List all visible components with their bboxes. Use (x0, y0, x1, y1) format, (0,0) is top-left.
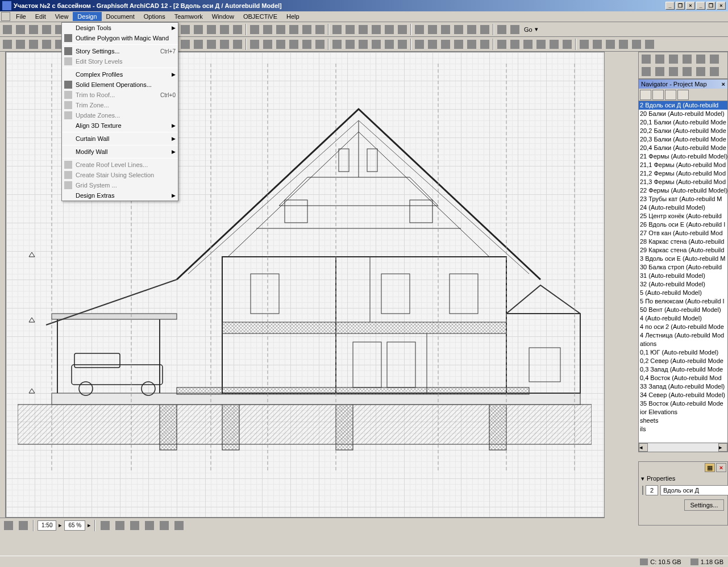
navigator-item[interactable]: 31 (Auto-rebuild Model) (639, 272, 727, 280)
toolbar2-btn-33[interactable] (452, 38, 465, 51)
scroll-left-icon[interactable]: ◂ (639, 443, 648, 452)
bt-tool-a[interactable] (99, 519, 111, 532)
menu-document[interactable]: Document (102, 12, 139, 21)
bt-nav-1[interactable] (2, 519, 15, 532)
navigator-hscroll[interactable]: ◂ ▸ (639, 443, 727, 452)
menu-window[interactable]: Window (207, 12, 239, 21)
navigator-item[interactable]: 0,1 ЮГ (Auto-rebuild Model) (639, 348, 727, 357)
toolbar1-btn-33[interactable] (452, 23, 465, 36)
element-number-input[interactable] (646, 485, 658, 495)
scroll-right-icon[interactable]: ▸ (718, 443, 727, 452)
doc-close-button[interactable]: × (717, 2, 726, 10)
navigator-item[interactable]: 4 по оси 2 (Auto-rebuild Mode (639, 323, 727, 331)
scale-field[interactable]: 1:50 (38, 520, 56, 531)
toolbar1-btn-15[interactable] (205, 23, 218, 36)
toolbar2-btn-36[interactable] (496, 38, 508, 51)
navigator-item[interactable]: 5 (Auto-rebuild Model) (639, 289, 727, 297)
toolbar2-btn-42[interactable] (578, 38, 590, 51)
toolbar1-btn-28[interactable] (383, 23, 396, 36)
toolbar2-btn-29[interactable] (396, 38, 409, 51)
navigator-item[interactable]: 33 Запад (Auto-rebuild Model) (639, 382, 727, 391)
menu-teamwork[interactable]: Teamwork (170, 12, 207, 21)
bt-tool-c[interactable] (128, 519, 141, 532)
mini-tool-6[interactable] (640, 66, 652, 77)
toolbar2-btn-1[interactable] (14, 38, 27, 51)
design-menu-item-11[interactable]: Align 3D Texture▶ (62, 120, 178, 131)
navigator-item[interactable]: 27 Отв кан (Auto-rebuild Mod (639, 229, 727, 237)
menu-help[interactable]: Help (282, 12, 304, 21)
properties-header[interactable]: ▾ Properties (639, 473, 727, 483)
mini-tool-7[interactable] (654, 66, 666, 77)
navigator-item[interactable]: 20,1 Балки (Auto-rebuild Mode (639, 118, 727, 127)
navigator-item[interactable]: 4 Лестница (Auto-rebuild Mod (639, 331, 727, 340)
navigator-item[interactable]: 35 Восток (Auto-rebuild Mode (639, 399, 727, 408)
toolbar2-btn-24[interactable] (331, 38, 343, 51)
toolbar2-btn-30[interactable] (413, 38, 426, 51)
toolbar2-btn-22[interactable] (301, 38, 313, 51)
menu-file[interactable]: File (11, 12, 31, 21)
toolbar1-btn-34[interactable] (465, 23, 478, 36)
toolbar1-btn-22[interactable] (301, 23, 313, 36)
bt-tool-f[interactable] (173, 519, 185, 532)
toolbar1-btn-31[interactable] (426, 23, 439, 36)
mini-tool-0[interactable] (640, 53, 652, 65)
element-name-input[interactable] (660, 485, 728, 495)
mini-tool-3[interactable] (681, 53, 693, 65)
toolbar1-btn-3[interactable] (40, 23, 53, 36)
navigator-item[interactable]: 21,1 Фермы (Auto-rebuild Mod (639, 161, 727, 169)
scroll-track[interactable] (648, 443, 718, 452)
props-btn-1[interactable]: ▦ (705, 463, 715, 472)
toolbar2-btn-34[interactable] (465, 38, 478, 51)
navigator-tree[interactable]: 2 Вдоль оси Д (Auto-rebuild20 Балки (Aut… (639, 101, 727, 443)
toolbar1-btn-13[interactable] (179, 23, 192, 36)
toolbar2-btn-19[interactable] (261, 38, 274, 51)
navigator-close-icon[interactable]: × (722, 81, 725, 87)
navigator-item[interactable]: ior Elevations (639, 408, 727, 416)
navigator-item[interactable]: 29 Каркас стена (Auto-rebuild (639, 246, 727, 255)
menu-options[interactable]: Options (139, 12, 170, 21)
design-menu-item-7[interactable]: Solid Element Operations... (62, 80, 178, 90)
nav-view-1-button[interactable] (640, 90, 651, 100)
navigator-item[interactable]: 32 (Auto-rebuild Model) (639, 280, 727, 289)
navigator-item[interactable]: 3 Вдоль оси Е (Auto-rebuild M (639, 255, 727, 263)
nav-view-2-button[interactable] (652, 90, 664, 100)
toolbar1-btn-18[interactable] (248, 23, 261, 36)
toolbar2-btn-46[interactable] (630, 38, 643, 51)
mini-tool-2[interactable] (667, 53, 680, 65)
navigator-item[interactable]: 24 (Auto-rebuild Model) (639, 203, 727, 212)
toolbar2-btn-28[interactable] (383, 38, 396, 51)
mini-tool-8[interactable] (667, 66, 680, 77)
navigator-item[interactable]: 25 Центр конёк (Auto-rebuild (639, 212, 727, 220)
toolbar2-btn-18[interactable] (248, 38, 261, 51)
toolbar2-btn-16[interactable] (218, 38, 231, 51)
toolbar1-btn-27[interactable] (370, 23, 382, 36)
toolbar1-btn-37[interactable] (509, 23, 521, 36)
toolbar2-btn-3[interactable] (40, 38, 53, 51)
navigator-item[interactable]: 23 Трубы кат (Auto-rebuild M (639, 195, 727, 203)
navigator-item[interactable]: 0,2 Север (Auto-rebuild Mode (639, 357, 727, 365)
toolbar1-btn-23[interactable] (314, 23, 326, 36)
toolbar1-btn-24[interactable] (331, 23, 343, 36)
toolbar2-btn-17[interactable] (231, 38, 244, 51)
menu-view[interactable]: View (51, 12, 73, 21)
navigator-item[interactable]: 30 Балка строп (Auto-rebuild (639, 263, 727, 272)
toolbar1-btn-25[interactable] (344, 23, 356, 36)
toolbar2-btn-13[interactable] (179, 38, 192, 51)
toolbar2-btn-47[interactable] (643, 38, 656, 51)
navigator-item[interactable]: 2 Вдоль оси Д (Auto-rebuild (639, 101, 727, 110)
toolbar2-btn-26[interactable] (357, 38, 369, 51)
toolbar2-btn-37[interactable] (509, 38, 521, 51)
navigator-item[interactable]: 20 Балки (Auto-rebuild Model) (639, 110, 727, 118)
toolbar2-btn-40[interactable] (548, 38, 560, 51)
mini-tool-11[interactable] (708, 66, 721, 77)
toolbar1-btn-2[interactable] (27, 23, 40, 36)
mini-tool-9[interactable] (681, 66, 693, 77)
toolbar2-btn-25[interactable] (344, 38, 356, 51)
toolbar2-btn-39[interactable] (535, 38, 547, 51)
navigator-item[interactable]: 0,3 Запад (Auto-rebuild Mode (639, 365, 727, 374)
toolbar1-btn-29[interactable] (396, 23, 409, 36)
toolbar1-btn-19[interactable] (261, 23, 274, 36)
element-type-icon[interactable] (642, 486, 643, 495)
toolbar2-btn-21[interactable] (288, 38, 300, 51)
mini-tool-10[interactable] (694, 66, 707, 77)
